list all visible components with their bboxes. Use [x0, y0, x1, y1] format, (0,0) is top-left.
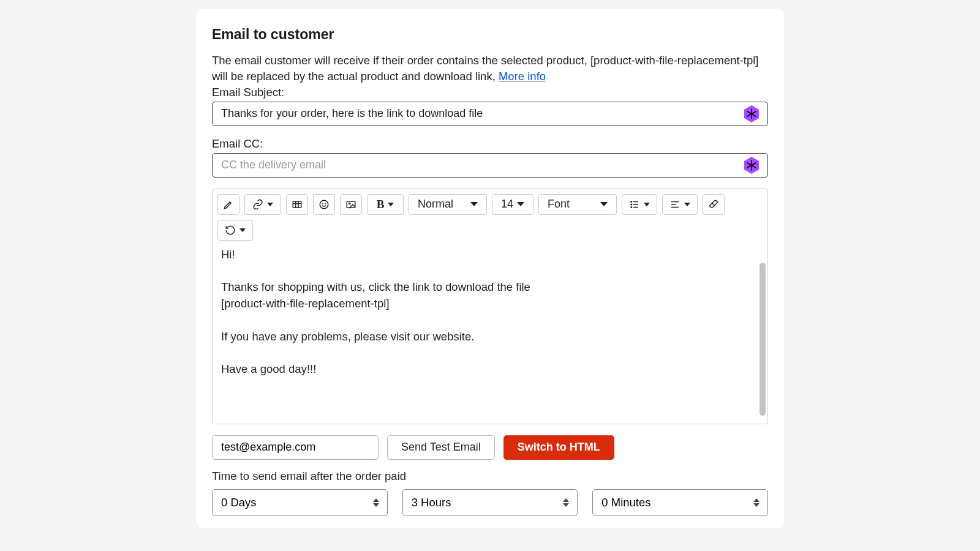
font-family-select[interactable]: Font — [538, 194, 617, 215]
list-icon — [629, 199, 640, 210]
delay-minutes-select[interactable]: 0 Minutes — [592, 489, 768, 516]
test-email-row: Send Test Email Switch to HTML — [212, 435, 768, 460]
link-icon — [252, 199, 263, 210]
description-text: The email customer will receive if their… — [212, 54, 759, 83]
cc-label: Email CC: — [212, 137, 768, 151]
eraser-icon — [708, 199, 719, 210]
chevron-down-icon — [644, 203, 650, 206]
svg-point-16 — [349, 203, 350, 204]
email-settings-card: Email to customer The email customer wil… — [196, 9, 784, 528]
toolbar-row2 — [217, 220, 763, 241]
undo-button[interactable] — [217, 220, 253, 241]
size-value: 14 — [501, 198, 513, 211]
clear-format-button[interactable] — [703, 194, 725, 215]
chevron-down-icon — [388, 203, 394, 206]
insert-variable-icon[interactable] — [742, 156, 761, 174]
subject-label: Email Subject: — [212, 86, 768, 99]
email-subject-input[interactable] — [212, 102, 768, 126]
editor-content[interactable]: Hi! Thanks for shopping with us, click t… — [213, 246, 767, 424]
delay-days-select[interactable]: 0 Days — [212, 489, 388, 516]
image-button[interactable] — [340, 194, 362, 215]
cc-input-wrap — [212, 153, 768, 178]
smile-icon — [318, 199, 330, 210]
font-value: Font — [548, 198, 570, 211]
svg-line-26 — [712, 203, 715, 206]
chevron-down-icon — [470, 202, 478, 206]
delay-selects: 0 Days 3 Hours 0 Minutes — [212, 489, 768, 516]
editor-toolbar: B Normal 14 Font — [212, 189, 768, 246]
undo-icon — [225, 225, 236, 236]
bold-button[interactable]: B — [367, 194, 404, 215]
align-icon — [669, 199, 680, 210]
svg-point-13 — [322, 203, 323, 204]
list-button[interactable] — [622, 194, 657, 215]
svg-rect-8 — [293, 201, 301, 208]
switch-to-html-button[interactable]: Switch to HTML — [503, 435, 614, 460]
bold-icon: B — [377, 198, 385, 211]
delay-hours-select[interactable]: 3 Hours — [402, 489, 578, 516]
chevron-down-icon — [517, 202, 524, 206]
chevron-down-icon — [600, 202, 608, 206]
email-body-editor[interactable]: Hi! Thanks for shopping with us, click t… — [212, 246, 768, 424]
send-test-email-button[interactable]: Send Test Email — [387, 435, 495, 460]
chevron-down-icon — [684, 203, 690, 206]
image-icon — [345, 199, 356, 210]
chevron-down-icon — [239, 228, 246, 232]
edit-button[interactable] — [217, 194, 239, 215]
align-button[interactable] — [662, 194, 698, 215]
table-button[interactable] — [286, 194, 308, 215]
scrollbar[interactable] — [760, 263, 766, 416]
format-value: Normal — [418, 198, 453, 211]
description: The email customer will receive if their… — [212, 53, 768, 84]
delay-label: Time to send email after the order paid — [212, 470, 768, 483]
subject-input-wrap — [212, 102, 768, 126]
chevron-down-icon — [267, 203, 273, 206]
test-email-input[interactable] — [212, 435, 379, 460]
svg-point-14 — [325, 203, 326, 204]
font-size-select[interactable]: 14 — [492, 194, 533, 215]
email-cc-input[interactable] — [212, 153, 768, 178]
svg-point-20 — [631, 201, 632, 203]
link-button[interactable] — [244, 194, 281, 215]
svg-point-12 — [320, 200, 328, 209]
scrollbar-thumb[interactable] — [760, 263, 766, 416]
page-title: Email to customer — [212, 26, 768, 43]
emoji-button[interactable] — [313, 194, 335, 215]
paragraph-format-select[interactable]: Normal — [409, 194, 487, 215]
more-info-link[interactable]: More info — [499, 70, 546, 83]
svg-point-21 — [631, 204, 632, 205]
table-icon — [292, 199, 303, 210]
svg-point-22 — [631, 207, 632, 208]
insert-variable-icon[interactable] — [742, 105, 761, 123]
